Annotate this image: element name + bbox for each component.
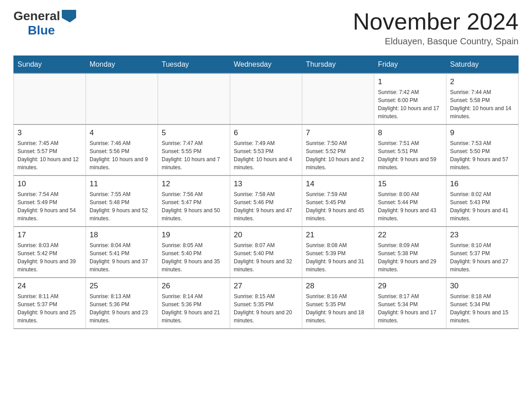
day-info: Sunrise: 7:58 AM Sunset: 5:46 PM Dayligh…	[234, 190, 298, 223]
logo-flag-icon	[62, 10, 76, 22]
calendar-day-cell: 22Sunrise: 8:09 AM Sunset: 5:38 PM Dayli…	[374, 227, 446, 278]
page-header: General Blue November 2024 Elduayen, Bas…	[13, 9, 519, 47]
day-number: 25	[90, 282, 154, 291]
day-number: 19	[162, 231, 226, 240]
calendar-day-cell: 1Sunrise: 7:42 AM Sunset: 6:00 PM Daylig…	[374, 73, 446, 124]
day-info: Sunrise: 7:59 AM Sunset: 5:45 PM Dayligh…	[306, 190, 370, 223]
calendar-day-cell	[230, 73, 302, 124]
day-number: 24	[17, 282, 82, 291]
day-number: 6	[234, 128, 298, 137]
day-info: Sunrise: 7:55 AM Sunset: 5:48 PM Dayligh…	[90, 190, 154, 223]
calendar-day-cell	[302, 73, 374, 124]
calendar-day-cell: 26Sunrise: 8:14 AM Sunset: 5:36 PM Dayli…	[158, 278, 230, 329]
day-info: Sunrise: 8:17 AM Sunset: 5:34 PM Dayligh…	[378, 292, 442, 325]
day-number: 28	[306, 282, 370, 291]
calendar-table: SundayMondayTuesdayWednesdayThursdayFrid…	[13, 56, 519, 329]
day-number: 3	[17, 128, 82, 137]
calendar-day-cell: 9Sunrise: 7:53 AM Sunset: 5:50 PM Daylig…	[446, 124, 519, 176]
day-info: Sunrise: 7:49 AM Sunset: 5:53 PM Dayligh…	[234, 139, 298, 171]
day-info: Sunrise: 8:11 AM Sunset: 5:37 PM Dayligh…	[17, 292, 82, 325]
day-number: 22	[378, 231, 442, 240]
weekday-header-sunday: Sunday	[14, 56, 86, 74]
day-info: Sunrise: 8:09 AM Sunset: 5:38 PM Dayligh…	[378, 241, 442, 274]
calendar-day-cell: 21Sunrise: 8:08 AM Sunset: 5:39 PM Dayli…	[302, 227, 374, 278]
calendar-day-cell: 18Sunrise: 8:04 AM Sunset: 5:41 PM Dayli…	[86, 227, 158, 278]
calendar-day-cell: 11Sunrise: 7:55 AM Sunset: 5:48 PM Dayli…	[86, 176, 158, 227]
day-info: Sunrise: 8:14 AM Sunset: 5:36 PM Dayligh…	[162, 292, 226, 325]
day-info: Sunrise: 8:16 AM Sunset: 5:35 PM Dayligh…	[306, 292, 370, 325]
logo: General Blue	[13, 9, 76, 38]
calendar-day-cell: 28Sunrise: 8:16 AM Sunset: 5:35 PM Dayli…	[302, 278, 374, 329]
calendar-day-cell: 29Sunrise: 8:17 AM Sunset: 5:34 PM Dayli…	[374, 278, 446, 329]
day-info: Sunrise: 7:45 AM Sunset: 5:57 PM Dayligh…	[17, 139, 82, 171]
calendar-day-cell: 3Sunrise: 7:45 AM Sunset: 5:57 PM Daylig…	[14, 124, 86, 176]
day-number: 10	[17, 180, 82, 188]
calendar-week-row: 3Sunrise: 7:45 AM Sunset: 5:57 PM Daylig…	[14, 124, 519, 176]
calendar-day-cell: 13Sunrise: 7:58 AM Sunset: 5:46 PM Dayli…	[230, 176, 302, 227]
calendar-week-row: 10Sunrise: 7:54 AM Sunset: 5:49 PM Dayli…	[14, 176, 519, 227]
calendar-day-cell: 23Sunrise: 8:10 AM Sunset: 5:37 PM Dayli…	[446, 227, 519, 278]
calendar-day-cell: 20Sunrise: 8:07 AM Sunset: 5:40 PM Dayli…	[230, 227, 302, 278]
calendar-header-row: SundayMondayTuesdayWednesdayThursdayFrid…	[14, 56, 519, 74]
day-info: Sunrise: 7:42 AM Sunset: 6:00 PM Dayligh…	[378, 88, 442, 120]
month-title: November 2024	[353, 9, 519, 34]
calendar-day-cell: 6Sunrise: 7:49 AM Sunset: 5:53 PM Daylig…	[230, 124, 302, 176]
calendar-day-cell: 7Sunrise: 7:50 AM Sunset: 5:52 PM Daylig…	[302, 124, 374, 176]
day-info: Sunrise: 7:51 AM Sunset: 5:51 PM Dayligh…	[378, 139, 442, 171]
calendar-day-cell: 16Sunrise: 8:02 AM Sunset: 5:43 PM Dayli…	[446, 176, 519, 227]
logo-general-text: General	[13, 9, 60, 23]
day-info: Sunrise: 8:07 AM Sunset: 5:40 PM Dayligh…	[234, 241, 298, 274]
day-info: Sunrise: 7:56 AM Sunset: 5:47 PM Dayligh…	[162, 190, 226, 223]
calendar-week-row: 1Sunrise: 7:42 AM Sunset: 6:00 PM Daylig…	[14, 73, 519, 124]
calendar-day-cell: 4Sunrise: 7:46 AM Sunset: 5:56 PM Daylig…	[86, 124, 158, 176]
day-number: 12	[162, 180, 226, 188]
calendar-day-cell: 27Sunrise: 8:15 AM Sunset: 5:35 PM Dayli…	[230, 278, 302, 329]
day-info: Sunrise: 8:08 AM Sunset: 5:39 PM Dayligh…	[306, 241, 370, 274]
calendar-day-cell: 2Sunrise: 7:44 AM Sunset: 5:58 PM Daylig…	[446, 73, 519, 124]
calendar-day-cell: 8Sunrise: 7:51 AM Sunset: 5:51 PM Daylig…	[374, 124, 446, 176]
day-number: 2	[450, 77, 515, 86]
calendar-day-cell: 25Sunrise: 8:13 AM Sunset: 5:36 PM Dayli…	[86, 278, 158, 329]
weekday-header-monday: Monday	[86, 56, 158, 74]
weekday-header-friday: Friday	[374, 56, 446, 74]
day-number: 14	[306, 180, 370, 188]
day-number: 18	[90, 231, 154, 240]
calendar-day-cell	[14, 73, 86, 124]
day-number: 1	[378, 77, 442, 86]
day-number: 16	[450, 180, 515, 188]
day-info: Sunrise: 7:44 AM Sunset: 5:58 PM Dayligh…	[450, 88, 515, 120]
calendar-day-cell: 19Sunrise: 8:05 AM Sunset: 5:40 PM Dayli…	[158, 227, 230, 278]
day-info: Sunrise: 8:10 AM Sunset: 5:37 PM Dayligh…	[450, 241, 515, 274]
day-info: Sunrise: 8:05 AM Sunset: 5:40 PM Dayligh…	[162, 241, 226, 274]
location-subtitle: Elduayen, Basque Country, Spain	[353, 36, 519, 47]
weekday-header-wednesday: Wednesday	[230, 56, 302, 74]
day-number: 20	[234, 231, 298, 240]
calendar-day-cell: 17Sunrise: 8:03 AM Sunset: 5:42 PM Dayli…	[14, 227, 86, 278]
svg-marker-0	[62, 10, 76, 22]
calendar-day-cell: 14Sunrise: 7:59 AM Sunset: 5:45 PM Dayli…	[302, 176, 374, 227]
day-number: 4	[90, 128, 154, 137]
day-info: Sunrise: 7:53 AM Sunset: 5:50 PM Dayligh…	[450, 139, 515, 171]
weekday-header-saturday: Saturday	[446, 56, 519, 74]
day-number: 8	[378, 128, 442, 137]
calendar-day-cell: 12Sunrise: 7:56 AM Sunset: 5:47 PM Dayli…	[158, 176, 230, 227]
day-info: Sunrise: 8:03 AM Sunset: 5:42 PM Dayligh…	[17, 241, 82, 274]
day-info: Sunrise: 7:47 AM Sunset: 5:55 PM Dayligh…	[162, 139, 226, 171]
day-number: 17	[17, 231, 82, 240]
weekday-header-tuesday: Tuesday	[158, 56, 230, 74]
day-info: Sunrise: 8:13 AM Sunset: 5:36 PM Dayligh…	[90, 292, 154, 325]
calendar-day-cell: 5Sunrise: 7:47 AM Sunset: 5:55 PM Daylig…	[158, 124, 230, 176]
day-info: Sunrise: 8:02 AM Sunset: 5:43 PM Dayligh…	[450, 190, 515, 223]
day-number: 7	[306, 128, 370, 137]
day-info: Sunrise: 8:18 AM Sunset: 5:34 PM Dayligh…	[450, 292, 515, 325]
day-number: 27	[234, 282, 298, 291]
calendar-day-cell	[158, 73, 230, 124]
calendar-day-cell: 30Sunrise: 8:18 AM Sunset: 5:34 PM Dayli…	[446, 278, 519, 329]
day-number: 23	[450, 231, 515, 240]
title-block: November 2024 Elduayen, Basque Country, …	[353, 9, 519, 47]
calendar-day-cell: 15Sunrise: 8:00 AM Sunset: 5:44 PM Dayli…	[374, 176, 446, 227]
day-number: 13	[234, 180, 298, 188]
calendar-day-cell: 24Sunrise: 8:11 AM Sunset: 5:37 PM Dayli…	[14, 278, 86, 329]
day-number: 29	[378, 282, 442, 291]
day-number: 15	[378, 180, 442, 188]
